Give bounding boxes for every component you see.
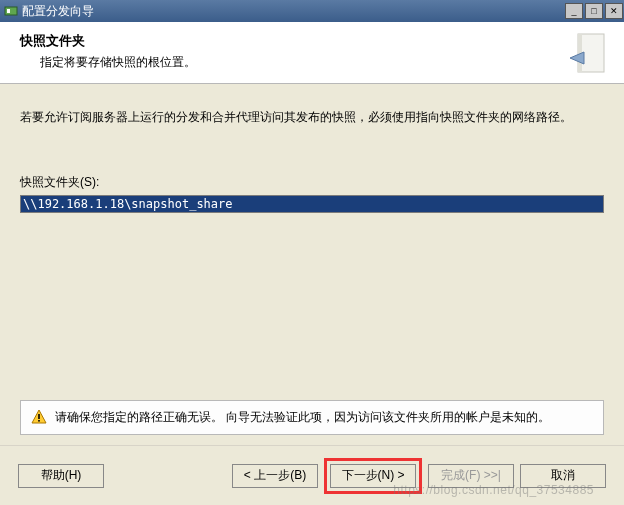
description-text: 若要允许订阅服务器上运行的分发和合并代理访问其发布的快照，必须使用指向快照文件夹… <box>20 108 604 126</box>
svg-rect-5 <box>38 420 40 422</box>
close-button[interactable]: ✕ <box>605 3 623 19</box>
wizard-content: 若要允许订阅服务器上运行的分发和合并代理访问其发布的快照，必须使用指向快照文件夹… <box>0 84 624 445</box>
window-controls: _ □ ✕ <box>564 1 624 21</box>
next-button-highlight: 下一步(N) > <box>324 458 422 494</box>
help-button[interactable]: 帮助(H) <box>18 464 104 488</box>
svg-rect-1 <box>7 9 10 13</box>
back-button[interactable]: < 上一步(B) <box>232 464 318 488</box>
maximize-button[interactable]: □ <box>585 3 603 19</box>
wizard-footer: 帮助(H) < 上一步(B) 下一步(N) > 完成(F) >>| 取消 htt… <box>0 445 624 505</box>
warning-text: 请确保您指定的路径正确无误。 向导无法验证此项，因为访问该文件夹所用的帐户是未知… <box>55 409 550 426</box>
next-button[interactable]: 下一步(N) > <box>330 464 416 488</box>
warning-box: 请确保您指定的路径正确无误。 向导无法验证此项，因为访问该文件夹所用的帐户是未知… <box>20 400 604 435</box>
minimize-button[interactable]: _ <box>565 3 583 19</box>
snapshot-folder-input[interactable] <box>20 195 604 213</box>
cancel-button[interactable]: 取消 <box>520 464 606 488</box>
folder-label: 快照文件夹(S): <box>20 174 604 191</box>
page-subtitle: 指定将要存储快照的根位置。 <box>40 54 196 71</box>
svg-rect-4 <box>38 414 40 419</box>
finish-button[interactable]: 完成(F) >>| <box>428 464 514 488</box>
app-icon <box>4 4 18 18</box>
warning-icon <box>31 409 47 425</box>
titlebar: 配置分发向导 _ □ ✕ <box>0 0 624 22</box>
wizard-header: 快照文件夹 指定将要存储快照的根位置。 <box>0 22 624 84</box>
svg-rect-0 <box>5 7 17 15</box>
header-graphic-icon <box>560 30 608 78</box>
page-title: 快照文件夹 <box>20 32 196 50</box>
window-title: 配置分发向导 <box>22 3 564 20</box>
